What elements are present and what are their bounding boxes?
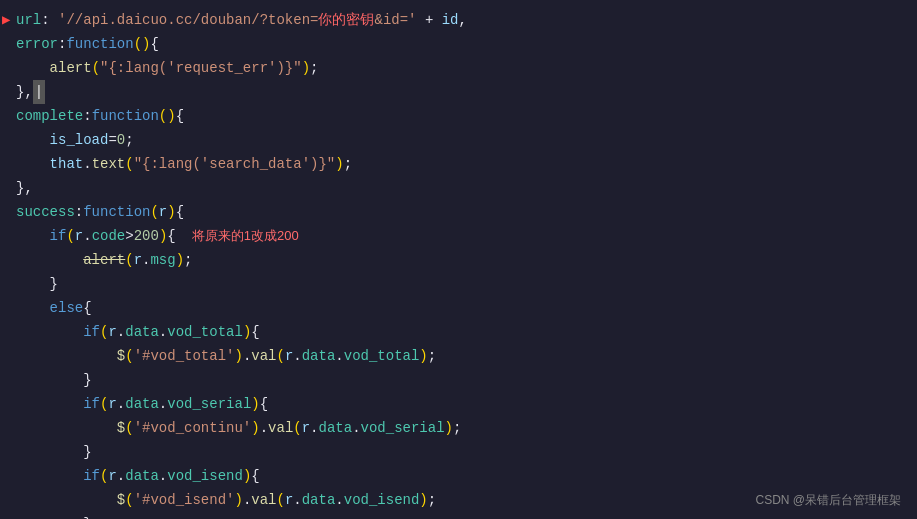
code-line-8: }, xyxy=(0,176,917,200)
code-line-5: complete:function(){ xyxy=(0,104,917,128)
code-line-14: if(r.data.vod_total){ xyxy=(0,320,917,344)
code-editor: ▶ url: '//api.daicuo.cc/douban/?token=你的… xyxy=(0,0,917,519)
code-line-16: } xyxy=(0,368,917,392)
code-line-17: if(r.data.vod_serial){ xyxy=(0,392,917,416)
code-line-1: ▶ url: '//api.daicuo.cc/douban/?token=你的… xyxy=(0,8,917,32)
code-line-19: } xyxy=(0,440,917,464)
code-line-6: is_load=0; xyxy=(0,128,917,152)
code-line-15: $('#vod_total').val(r.data.vod_total); xyxy=(0,344,917,368)
code-line-7: that.text("{:lang('search_data')}"); xyxy=(0,152,917,176)
code-line-22: } xyxy=(0,512,917,519)
code-line-10: if(r.code>200){将原来的1改成200 xyxy=(0,224,917,248)
code-line-18: $('#vod_continu').val(r.data.vod_serial)… xyxy=(0,416,917,440)
code-line-9: success:function(r){ xyxy=(0,200,917,224)
arrow-indicator: ▶ xyxy=(2,8,10,32)
code-line-2: error:function(){ xyxy=(0,32,917,56)
code-line-3: alert("{:lang('request_err')}"); xyxy=(0,56,917,80)
code-line-13: else{ xyxy=(0,296,917,320)
watermark: CSDN @呆错后台管理框架 xyxy=(755,492,901,509)
code-text: url xyxy=(16,8,41,32)
code-line-4: },| xyxy=(0,80,917,104)
code-line-11: alert(r.msg); xyxy=(0,248,917,272)
annotation-text: 将原来的1改成200 xyxy=(192,224,299,248)
code-line-20: if(r.data.vod_isend){ xyxy=(0,464,917,488)
code-line-12: } xyxy=(0,272,917,296)
